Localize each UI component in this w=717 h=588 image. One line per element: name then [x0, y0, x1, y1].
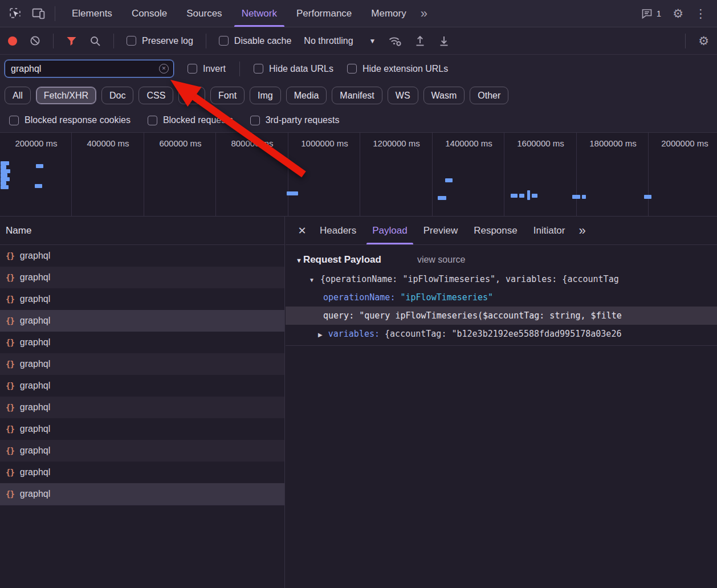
disclosure-open-icon[interactable]: ▼	[309, 271, 315, 288]
payload-tree: ▼{operationName: "ipFlowTimeseries", var…	[286, 270, 717, 346]
option-checkbox[interactable]: 3rd-party requests	[250, 115, 340, 125]
search-icon[interactable]	[89, 35, 101, 47]
timeline-tick-label: 1000000 ms	[288, 138, 361, 148]
network-settings-gear-icon[interactable]: ⚙	[698, 35, 709, 47]
payload-query-row[interactable]: query: "query ipFlowTimeseries($accountT…	[286, 307, 717, 325]
request-row[interactable]: {} graphql	[0, 462, 284, 483]
detail-tab[interactable]: Response	[466, 217, 525, 244]
resource-type-chip[interactable]: CSS	[138, 87, 173, 104]
clear-network-log-icon[interactable]	[30, 35, 40, 46]
payload-string-value: "query ipFlowTimeseries($accountTag: str…	[359, 311, 622, 321]
resource-type-chip[interactable]: Img	[250, 87, 281, 104]
record-network-log-icon[interactable]	[8, 36, 17, 46]
settings-gear-icon[interactable]: ⚙	[673, 7, 683, 19]
waterfall-bar	[438, 196, 446, 200]
export-har-icon[interactable]	[438, 35, 450, 47]
hide-data-urls-label: Hide data URLs	[269, 64, 333, 74]
option-checkbox[interactable]: Blocked requests	[148, 115, 233, 125]
resource-type-chip[interactable]: WS	[388, 87, 418, 104]
waterfall-bar	[1, 185, 9, 189]
waterfall-bar	[582, 195, 586, 199]
fetch-braces-icon: {}	[6, 295, 14, 304]
payload-root-row[interactable]: ▼{operationName: "ipFlowTimeseries", var…	[286, 270, 717, 288]
checkbox-box	[148, 116, 157, 125]
clear-filter-icon[interactable]: ✕	[159, 64, 169, 74]
resource-type-chip[interactable]: All	[5, 87, 31, 104]
main-tab[interactable]: Memory	[361, 0, 415, 27]
detail-tab[interactable]: Headers	[312, 217, 364, 244]
resource-type-chip[interactable]: Manifest	[332, 87, 382, 104]
more-tabs-icon[interactable]: »	[416, 7, 432, 20]
option-label: 3rd-party requests	[266, 115, 340, 125]
device-toolbar-icon[interactable]	[31, 6, 46, 21]
inspect-element-icon[interactable]	[8, 6, 22, 21]
request-row[interactable]: {} graphql	[0, 418, 284, 440]
request-row[interactable]: {} graphql	[0, 310, 284, 332]
main-tab[interactable]: Console	[122, 0, 177, 27]
waterfall-bar	[532, 194, 537, 198]
request-row[interactable]: {} graphql	[0, 332, 284, 353]
request-list: {} graphql {} graphql {} graphql {} grap…	[0, 245, 284, 505]
waterfall-bar	[511, 194, 518, 198]
payload-operationname-row[interactable]: operationName: "ipFlowTimeseries"	[286, 288, 717, 307]
request-name: graphql	[20, 294, 50, 304]
resource-type-chip[interactable]: Fetch/XHR	[36, 87, 96, 104]
timeline-tick-label: 2000000 ms	[649, 138, 717, 148]
import-har-icon[interactable]	[414, 35, 426, 47]
request-row[interactable]: {} graphql	[0, 440, 284, 462]
close-details-icon[interactable]: ✕	[292, 224, 312, 237]
request-row[interactable]: {} graphql	[0, 353, 284, 375]
topbar-right: 1 ⚙ ⋮	[641, 7, 717, 19]
request-row[interactable]: {} graphql	[0, 267, 284, 288]
resource-type-chip[interactable]: Wasm	[423, 87, 465, 104]
request-name: graphql	[20, 251, 50, 261]
detail-tab[interactable]: Initiator	[525, 217, 573, 244]
network-overview-timeline[interactable]: 200000 ms400000 ms600000 ms800000 ms1000…	[0, 132, 717, 217]
waterfall-bar	[1, 165, 6, 169]
preserve-log-checkbox[interactable]: Preserve log	[127, 36, 193, 46]
filter-input[interactable]	[11, 64, 159, 74]
resource-type-chip[interactable]: Font	[210, 87, 245, 104]
view-source-link[interactable]: view source	[417, 255, 465, 265]
hide-extension-urls-checkbox[interactable]: Hide extension URLs	[347, 64, 448, 74]
detail-tab[interactable]: Payload	[364, 217, 415, 244]
request-row[interactable]: {} graphql	[0, 483, 284, 505]
request-row[interactable]: {} graphql	[0, 375, 284, 397]
request-options-row: Blocked response cookies Blocked request…	[0, 108, 717, 132]
main-tab[interactable]: Sources	[177, 0, 231, 27]
request-row[interactable]: {} graphql	[0, 245, 284, 267]
kebab-menu-icon[interactable]: ⋮	[695, 7, 707, 19]
resource-type-chip[interactable]: Media	[286, 87, 327, 104]
main-tab[interactable]: Performance	[287, 0, 361, 27]
request-payload-title[interactable]: ▼Request Payload	[296, 254, 381, 266]
hide-extension-urls-label: Hide extension URLs	[362, 64, 448, 74]
waterfall-bar	[1, 181, 6, 185]
console-messages-button[interactable]: 1	[641, 8, 661, 19]
option-checkbox[interactable]: Blocked response cookies	[9, 115, 131, 125]
messages-count-badge: 1	[657, 9, 661, 18]
request-name: graphql	[20, 446, 50, 456]
hide-data-urls-checkbox[interactable]: Hide data URLs	[254, 64, 333, 74]
resource-type-chip[interactable]: JS	[178, 87, 205, 104]
disclosure-closed-icon[interactable]: ▶	[318, 326, 323, 343]
request-row[interactable]: {} graphql	[0, 397, 284, 418]
detail-tab[interactable]: Preview	[415, 217, 466, 244]
payload-string-value: "ipFlowTimeseries"	[400, 292, 493, 303]
payload-variables-row[interactable]: ▶variables: {accountTag: "b12e3b2192ee55…	[286, 325, 717, 343]
checkbox-box	[188, 64, 197, 74]
main-tab[interactable]: Network	[232, 0, 287, 27]
name-column-header[interactable]: Name	[0, 217, 284, 245]
invert-label: Invert	[203, 64, 226, 74]
invert-checkbox[interactable]: Invert	[188, 64, 226, 74]
request-name: graphql	[20, 402, 50, 413]
detail-tab-bar: ✕ HeadersPayloadPreviewResponseInitiator…	[286, 217, 717, 245]
request-row[interactable]: {} graphql	[0, 288, 284, 310]
resource-type-chip[interactable]: Other	[470, 87, 508, 104]
resource-type-chip[interactable]: Doc	[101, 87, 133, 104]
main-tab[interactable]: Elements	[62, 0, 122, 27]
network-conditions-icon[interactable]	[388, 35, 402, 47]
throttling-select[interactable]: No throttling ▼	[304, 36, 376, 46]
disable-cache-checkbox[interactable]: Disable cache	[219, 36, 292, 46]
more-detail-tabs-icon[interactable]: »	[573, 223, 591, 238]
filter-funnel-icon[interactable]	[66, 36, 77, 46]
